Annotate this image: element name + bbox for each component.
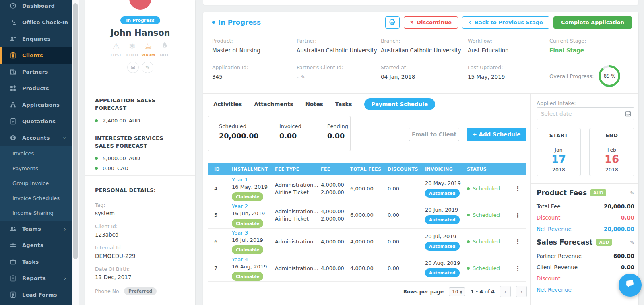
email-client-button[interactable]: ✉: [127, 62, 139, 73]
sidebar-item-invoice-schedules[interactable]: Invoice Schedules: [0, 191, 72, 206]
email-to-client-button[interactable]: Email to Client: [409, 128, 459, 141]
calendar-icon[interactable]: [622, 108, 634, 120]
preferred-badge: Preferred: [124, 287, 157, 295]
printer-icon: [389, 19, 396, 27]
sidebar-item-invoices[interactable]: Invoices: [0, 146, 72, 161]
intake-start-card: START Jan 17 2018: [537, 128, 581, 176]
edit-client-button[interactable]: ✎: [142, 62, 153, 73]
sidebar-item-payments[interactable]: Payments: [0, 161, 72, 176]
check-in-icon: [10, 19, 17, 26]
app-window: Dashboard Office Check-In Enquiries Clie…: [0, 0, 644, 305]
sidebar-item-agents[interactable]: Agents: [0, 237, 72, 253]
sidebar-item-label: Accounts: [22, 135, 50, 141]
sidebar-item-income-sharing[interactable]: Income Sharing: [0, 206, 72, 221]
next-page-button[interactable]: ›: [516, 286, 527, 297]
currency-badge: AUD: [590, 189, 606, 196]
tab-tasks[interactable]: Tasks: [335, 101, 352, 107]
dashboard-icon: [10, 2, 17, 9]
fee-row: Partner Revenue600.00: [537, 253, 634, 259]
mood-lost[interactable]: ⚠ LOST: [109, 41, 124, 57]
sidebar-item-label: Quotations: [22, 118, 56, 124]
row-menu-kebab-icon[interactable]: ⋮: [510, 238, 526, 245]
discontinue-button[interactable]: ✖ Discontinue: [404, 16, 458, 29]
applied-intake-date-field: [537, 107, 634, 120]
sidebar-item-label: Dashboard: [22, 3, 55, 9]
sidebar-item-accounts[interactable]: Accounts ›: [0, 130, 72, 146]
pencil-icon[interactable]: ✎: [630, 239, 634, 245]
agents-icon: [10, 242, 17, 249]
status-dot: [467, 187, 470, 190]
pencil-icon[interactable]: ✎: [630, 190, 634, 196]
pencil-icon[interactable]: ✎: [301, 74, 305, 80]
sidebar-item-applications[interactable]: Applications: [0, 97, 72, 113]
installment-link[interactable]: Year 4: [232, 256, 248, 263]
sidebar-item-products[interactable]: Products: [0, 80, 72, 97]
services-forecast-title: INTERESTED SERVICES SALES FORECAST: [95, 134, 178, 150]
sidebar-item-tasks[interactable]: Tasks: [0, 253, 72, 270]
payment-schedule-table: ID INSTALLMENT FEE TYPE FEE TOTAL FEES D…: [208, 163, 526, 282]
sidebar-item-teams[interactable]: Teams ›: [0, 221, 72, 237]
print-button[interactable]: [385, 16, 400, 29]
chevron-right-icon: ›: [64, 226, 66, 232]
mood-cold[interactable]: ❄ COLD: [125, 41, 140, 57]
table-row: 5 Year 2 16 Jun, 2019 Claimable Administ…: [208, 202, 526, 229]
sidebar-item-partners[interactable]: Partners: [0, 64, 72, 80]
info-workflow: Workflow: Aust Education: [468, 38, 549, 54]
sidebar-item-quotations[interactable]: Quotations: [0, 113, 72, 130]
currency-badge: AUD: [596, 239, 612, 246]
row-menu-kebab-icon[interactable]: ⋮: [510, 212, 526, 219]
sidebar-item-lead-forms[interactable]: Lead Forms: [0, 286, 72, 303]
accounts-submenu: Invoices Payments Group Invoice Invoice …: [0, 146, 72, 221]
mood-warm[interactable]: ☕ WARM: [141, 41, 156, 57]
row-menu-kebab-icon[interactable]: ⋮: [510, 185, 526, 192]
back-to-previous-stage-button[interactable]: ‹ Back to Previous Stage: [462, 16, 549, 29]
sidebar-item-office-check-in[interactable]: Office Check-In: [0, 14, 72, 31]
status-dot: [212, 21, 215, 24]
table-row: 4 Year 1 16 May, 2019 Claimable Administ…: [208, 175, 526, 202]
divider: [85, 83, 195, 83]
quotations-icon: [10, 118, 17, 125]
prev-page-button[interactable]: ‹: [500, 286, 511, 297]
sidebar-item-label: Products: [22, 85, 49, 91]
mood-hot[interactable]: HOT: [157, 41, 172, 57]
sidebar-item-clients[interactable]: Clients: [0, 47, 72, 64]
complete-application-button[interactable]: Complete Application: [553, 16, 632, 29]
client-status-badge: In Progress: [85, 16, 195, 24]
sidebar-item-label: Tasks: [22, 259, 39, 265]
tab-attachments[interactable]: Attachments: [254, 101, 293, 107]
automated-badge: Automated: [425, 189, 460, 198]
sidebar-item-enquiries[interactable]: Enquiries: [0, 31, 72, 47]
rows-per-page-select[interactable]: 10 ▲▼: [449, 287, 465, 296]
sidebar-item-reports[interactable]: Reports ›: [0, 270, 72, 286]
fee-row: Net Revenue20,000.00: [537, 226, 634, 232]
x-icon: ✖: [410, 20, 413, 25]
sidebar-item-group-invoice[interactable]: Group Invoice: [0, 176, 72, 191]
status-dot: [467, 267, 470, 270]
tab-notes[interactable]: Notes: [305, 101, 323, 107]
sidebar: Dashboard Office Check-In Enquiries Clie…: [0, 0, 72, 305]
row-menu-kebab-icon[interactable]: ⋮: [510, 265, 526, 272]
sidebar-item-dashboard[interactable]: Dashboard: [0, 0, 72, 14]
info-application-id: Application Id: 345: [212, 64, 297, 87]
personal-field-phone: Phone No: Preferred: [95, 287, 188, 295]
table-pagination: Rows per page 10 ▲▼ 1 - 4 of 4 ‹ ›: [208, 286, 527, 297]
scrollbar-thumb[interactable]: [73, 3, 78, 259]
avatar: [129, 0, 151, 10]
installment-link[interactable]: Year 3: [232, 229, 248, 237]
installment-link[interactable]: Year 2: [232, 203, 248, 210]
add-schedule-button[interactable]: + Add Schedule: [467, 128, 526, 141]
chat-widget-button[interactable]: [619, 274, 642, 297]
info-product: Product: Master of Nursing: [212, 38, 297, 54]
fee-row: Client Revenue0.00: [537, 264, 634, 270]
chevron-right-icon: ›: [64, 276, 66, 281]
pagination-range: 1 - 4 of 4: [471, 289, 495, 295]
divider: [531, 233, 638, 233]
envelope-icon: ✉: [131, 64, 135, 70]
progress-ring: 89 %: [599, 65, 620, 87]
coffee-icon: ☕: [141, 41, 156, 52]
application-panel: In Progress ✖ Discontinue ‹ Back to Prev…: [203, 12, 638, 305]
tab-payment-schedule[interactable]: Payment Schedule: [364, 98, 436, 110]
tab-activities[interactable]: Activities: [213, 101, 242, 107]
installment-link[interactable]: Year 1: [232, 176, 248, 183]
date-input[interactable]: [537, 111, 622, 117]
